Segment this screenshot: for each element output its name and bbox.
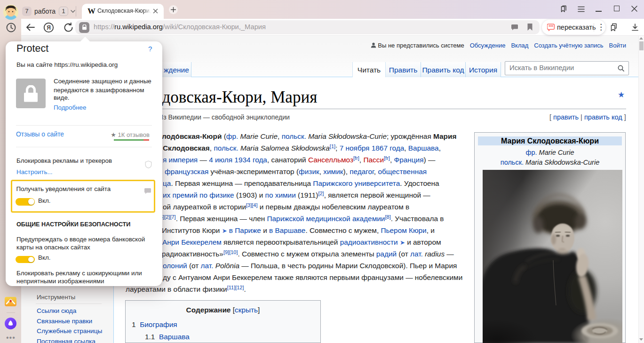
svg-text:Я: Я bbox=[47, 24, 51, 31]
svg-text:“: “ bbox=[551, 24, 554, 30]
